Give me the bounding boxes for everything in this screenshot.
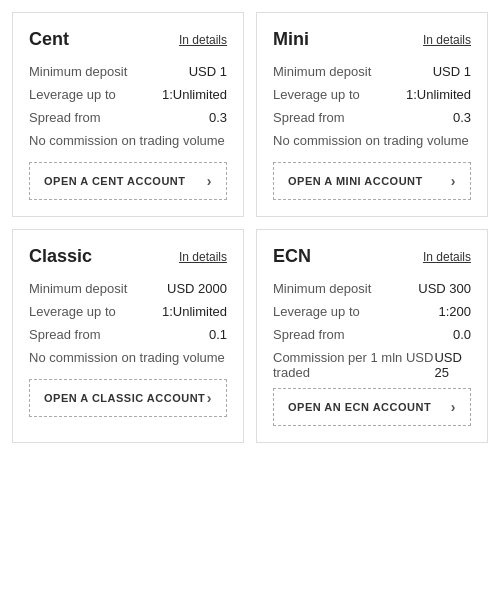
- card-row-mini-2: Spread from0.3: [273, 110, 471, 125]
- card-link-ecn[interactable]: In details: [423, 250, 471, 264]
- row-value-classic-2: 0.1: [209, 327, 227, 342]
- open-account-button-cent[interactable]: OPEN A CENT ACCOUNT›: [29, 162, 227, 200]
- row-value-mini-2: 0.3: [453, 110, 471, 125]
- card-row-classic-0: Minimum depositUSD 2000: [29, 281, 227, 296]
- row-value-cent-0: USD 1: [189, 64, 227, 79]
- card-header-cent: CentIn details: [29, 29, 227, 50]
- card-link-mini[interactable]: In details: [423, 33, 471, 47]
- row-value-mini-0: USD 1: [433, 64, 471, 79]
- row-label-mini-0: Minimum deposit: [273, 64, 371, 79]
- card-row-ecn-0: Minimum depositUSD 300: [273, 281, 471, 296]
- card-row-mini-1: Leverage up to1:Unlimited: [273, 87, 471, 102]
- open-account-button-mini[interactable]: OPEN A MINI ACCOUNT›: [273, 162, 471, 200]
- button-label-mini: OPEN A MINI ACCOUNT: [288, 175, 423, 187]
- card-title-mini: Mini: [273, 29, 309, 50]
- button-label-cent: OPEN A CENT ACCOUNT: [44, 175, 186, 187]
- row-label-ecn-3: Commission per 1 mln USD traded: [273, 350, 434, 380]
- row-label-classic-2: Spread from: [29, 327, 101, 342]
- button-label-ecn: OPEN AN ECN ACCOUNT: [288, 401, 431, 413]
- card-link-classic[interactable]: In details: [179, 250, 227, 264]
- card-row-mini-0: Minimum depositUSD 1: [273, 64, 471, 79]
- row-label-mini-2: Spread from: [273, 110, 345, 125]
- row-value-cent-2: 0.3: [209, 110, 227, 125]
- row-label-cent-0: Minimum deposit: [29, 64, 127, 79]
- row-label-classic-0: Minimum deposit: [29, 281, 127, 296]
- card-ecn: ECNIn detailsMinimum depositUSD 300Lever…: [256, 229, 488, 443]
- row-value-ecn-2: 0.0: [453, 327, 471, 342]
- card-row-ecn-1: Leverage up to1:200: [273, 304, 471, 319]
- card-row-ecn-3: Commission per 1 mln USD tradedUSD 25: [273, 350, 471, 380]
- row-label-ecn-1: Leverage up to: [273, 304, 360, 319]
- row-value-classic-1: 1:Unlimited: [162, 304, 227, 319]
- card-note-mini: No commission on trading volume: [273, 133, 471, 148]
- card-link-cent[interactable]: In details: [179, 33, 227, 47]
- row-value-cent-1: 1:Unlimited: [162, 87, 227, 102]
- card-header-classic: ClassicIn details: [29, 246, 227, 267]
- card-row-ecn-2: Spread from0.0: [273, 327, 471, 342]
- row-label-ecn-2: Spread from: [273, 327, 345, 342]
- row-label-cent-1: Leverage up to: [29, 87, 116, 102]
- card-classic: ClassicIn detailsMinimum depositUSD 2000…: [12, 229, 244, 443]
- card-header-mini: MiniIn details: [273, 29, 471, 50]
- card-note-cent: No commission on trading volume: [29, 133, 227, 148]
- row-value-ecn-1: 1:200: [438, 304, 471, 319]
- card-mini: MiniIn detailsMinimum depositUSD 1Levera…: [256, 12, 488, 217]
- card-header-ecn: ECNIn details: [273, 246, 471, 267]
- card-title-classic: Classic: [29, 246, 92, 267]
- chevron-right-icon: ›: [207, 390, 212, 406]
- card-note-classic: No commission on trading volume: [29, 350, 227, 365]
- card-title-cent: Cent: [29, 29, 69, 50]
- row-value-ecn-3: USD 25: [434, 350, 471, 380]
- row-value-mini-1: 1:Unlimited: [406, 87, 471, 102]
- card-row-cent-0: Minimum depositUSD 1: [29, 64, 227, 79]
- row-label-mini-1: Leverage up to: [273, 87, 360, 102]
- chevron-right-icon: ›: [451, 173, 456, 189]
- button-label-classic: OPEN A CLASSIC ACCOUNT: [44, 392, 205, 404]
- card-row-cent-2: Spread from0.3: [29, 110, 227, 125]
- row-label-classic-1: Leverage up to: [29, 304, 116, 319]
- card-row-classic-2: Spread from0.1: [29, 327, 227, 342]
- card-row-classic-1: Leverage up to1:Unlimited: [29, 304, 227, 319]
- chevron-right-icon: ›: [451, 399, 456, 415]
- card-title-ecn: ECN: [273, 246, 311, 267]
- row-value-classic-0: USD 2000: [167, 281, 227, 296]
- open-account-button-classic[interactable]: OPEN A CLASSIC ACCOUNT›: [29, 379, 227, 417]
- account-cards-grid: CentIn detailsMinimum depositUSD 1Levera…: [12, 12, 488, 443]
- card-row-cent-1: Leverage up to1:Unlimited: [29, 87, 227, 102]
- row-label-ecn-0: Minimum deposit: [273, 281, 371, 296]
- open-account-button-ecn[interactable]: OPEN AN ECN ACCOUNT›: [273, 388, 471, 426]
- chevron-right-icon: ›: [207, 173, 212, 189]
- row-label-cent-2: Spread from: [29, 110, 101, 125]
- card-cent: CentIn detailsMinimum depositUSD 1Levera…: [12, 12, 244, 217]
- row-value-ecn-0: USD 300: [418, 281, 471, 296]
